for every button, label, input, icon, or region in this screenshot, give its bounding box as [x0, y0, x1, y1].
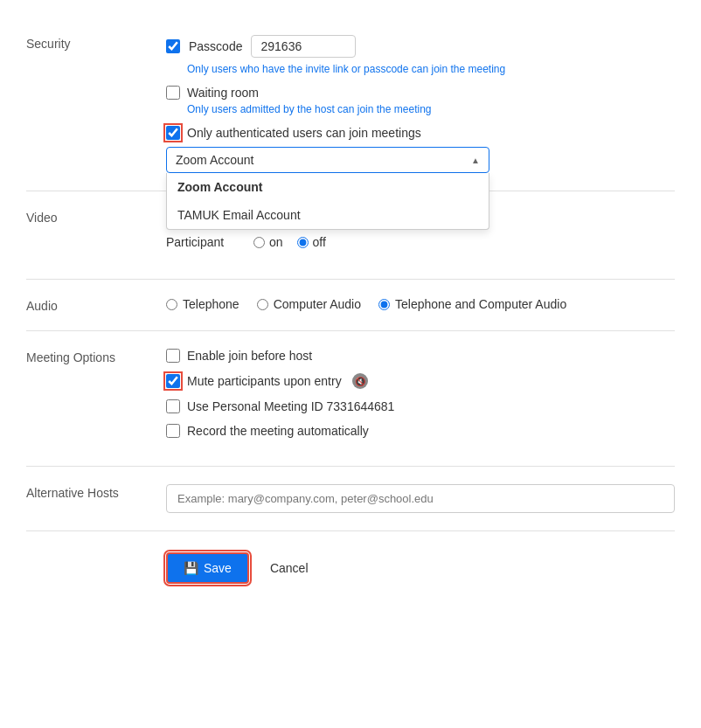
join-before-host-checkbox[interactable] [166, 349, 180, 363]
dropdown-selected-value: Zoom Account [176, 153, 254, 167]
participant-label: Participant [166, 235, 253, 249]
authenticated-label: Only authenticated users can join meetin… [187, 126, 421, 140]
dropdown-trigger[interactable]: Zoom Account ▲ [166, 147, 489, 173]
participant-row: Participant on off [166, 235, 675, 249]
alternative-hosts-section: Alternative Hosts [26, 467, 675, 531]
save-button[interactable]: 💾 Save [166, 552, 249, 584]
video-label: Video [26, 209, 166, 261]
waiting-room-label: Waiting room [187, 86, 259, 100]
audio-label: Audio [26, 297, 166, 313]
security-section: Security Passcode Only users who have th… [26, 17, 675, 191]
chevron-up-icon: ▲ [471, 156, 480, 165]
join-before-host-row: Enable join before host [166, 349, 675, 363]
telephone-option[interactable]: Telephone [166, 297, 239, 311]
participant-off-radio[interactable] [297, 237, 309, 248]
passcode-row: Passcode [166, 35, 675, 58]
passcode-checkbox[interactable] [166, 39, 180, 53]
computer-audio-label: Computer Audio [274, 297, 361, 311]
join-before-host-label: Enable join before host [187, 349, 312, 363]
personal-meeting-id-row: Use Personal Meeting ID 7331644681 [166, 399, 675, 413]
button-row: 💾 Save Cancel [26, 531, 675, 601]
mute-participants-row: Mute participants upon entry 🔇 [166, 373, 675, 389]
audio-options-row: Telephone Computer Audio Telephone and C… [166, 297, 675, 311]
save-label: Save [204, 561, 232, 575]
passcode-input[interactable] [251, 35, 356, 58]
record-automatically-checkbox[interactable] [166, 424, 180, 438]
telephone-computer-label: Telephone and Computer Audio [395, 297, 566, 311]
participant-radio-group: on off [253, 235, 326, 249]
participant-off-option[interactable]: off [297, 235, 326, 249]
record-automatically-row: Record the meeting automatically [166, 424, 675, 438]
alternative-hosts-content [166, 484, 675, 513]
waiting-room-row: Waiting room [166, 86, 675, 100]
authenticated-checkbox[interactable] [166, 126, 180, 140]
participant-off-label: off [313, 235, 326, 249]
mute-participants-label: Mute participants upon entry [187, 374, 342, 388]
audio-section: Audio Telephone Computer Audio Telephone… [26, 280, 675, 331]
telephone-label: Telephone [183, 297, 239, 311]
personal-meeting-id-label: Use Personal Meeting ID 7331644681 [187, 399, 394, 413]
alternative-hosts-input[interactable] [166, 484, 675, 513]
meeting-options-section: Meeting Options Enable join before host … [26, 331, 675, 467]
security-content: Passcode Only users who have the invite … [166, 35, 675, 173]
participant-on-option[interactable]: on [253, 235, 283, 249]
cancel-label: Cancel [270, 561, 309, 575]
waiting-room-hint: Only users admitted by the host can join… [187, 103, 675, 115]
security-label: Security [26, 35, 166, 173]
computer-audio-option[interactable]: Computer Audio [257, 297, 361, 311]
dropdown-item-tamuk[interactable]: TAMUK Email Account [167, 201, 489, 229]
telephone-computer-radio[interactable] [378, 299, 390, 310]
passcode-hint: Only users who have the invite link or p… [187, 63, 675, 75]
audio-content: Telephone Computer Audio Telephone and C… [166, 297, 675, 313]
participant-on-radio[interactable] [253, 237, 265, 248]
mute-participants-checkbox[interactable] [166, 374, 180, 388]
meeting-options-content: Enable join before host Mute participant… [166, 349, 675, 448]
computer-audio-radio[interactable] [257, 299, 268, 310]
authenticated-row: Only authenticated users can join meetin… [166, 126, 675, 140]
mute-icon: 🔇 [352, 373, 368, 389]
record-automatically-label: Record the meeting automatically [187, 424, 369, 438]
dropdown-menu: Zoom Account TAMUK Email Account [166, 173, 489, 230]
telephone-computer-option[interactable]: Telephone and Computer Audio [378, 297, 566, 311]
waiting-room-checkbox[interactable] [166, 86, 180, 100]
telephone-radio[interactable] [166, 299, 177, 310]
participant-on-label: on [269, 235, 283, 249]
cancel-button[interactable]: Cancel [260, 554, 319, 582]
meeting-options-label: Meeting Options [26, 349, 166, 448]
passcode-label: Passcode [189, 39, 242, 53]
alternative-hosts-label: Alternative Hosts [26, 484, 166, 513]
personal-meeting-id-checkbox[interactable] [166, 399, 180, 413]
zoom-account-dropdown[interactable]: Zoom Account ▲ Zoom Account TAMUK Email … [166, 147, 489, 173]
dropdown-item-zoom-account[interactable]: Zoom Account [167, 173, 489, 201]
save-icon: 💾 [184, 561, 198, 575]
